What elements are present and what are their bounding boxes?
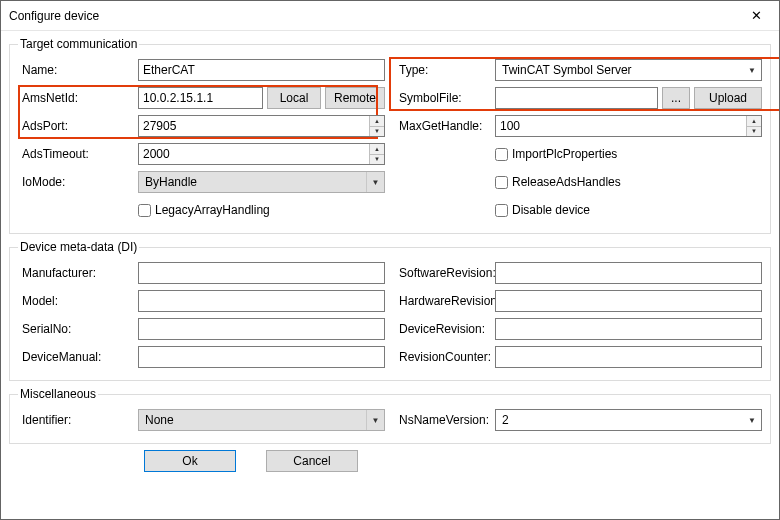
identifier-label: Identifier: [18, 413, 138, 427]
chevron-down-icon: ▼ [743, 410, 761, 430]
nsnamever-label: NsNameVersion: [395, 413, 495, 427]
nsnamever-select[interactable]: 2 ▼ [495, 409, 762, 431]
devicerev-input[interactable] [495, 318, 762, 340]
dialog-body: Target communication Name: AmsNetId: Loc… [1, 31, 779, 480]
softrev-input[interactable] [495, 262, 762, 284]
devicerev-label: DeviceRevision: [395, 322, 495, 336]
group-target-communication-label: Target communication [18, 37, 139, 51]
identifier-select[interactable]: None ▼ [138, 409, 385, 431]
browse-button[interactable]: ... [662, 87, 690, 109]
group-meta-label: Device meta-data (DI) [18, 240, 139, 254]
type-label: Type: [395, 63, 495, 77]
import-plc-label: ImportPlcProperties [512, 147, 617, 161]
manufacturer-input[interactable] [138, 262, 385, 284]
amsnetid-label: AmsNetId: [18, 91, 138, 105]
disable-device-label: Disable device [512, 203, 590, 217]
iomode-label: IoMode: [18, 175, 138, 189]
disable-device-checkbox[interactable] [495, 204, 508, 217]
amsnetid-input[interactable] [138, 87, 263, 109]
type-select[interactable]: TwinCAT Symbol Server ▼ [495, 59, 762, 81]
group-target-communication: Target communication Name: AmsNetId: Loc… [9, 37, 771, 234]
upload-button[interactable]: Upload [694, 87, 762, 109]
nsnamever-value: 2 [496, 413, 743, 427]
devicemanual-label: DeviceManual: [18, 350, 138, 364]
target-right-column: Type: TwinCAT Symbol Server ▼ SymbolFile… [395, 57, 762, 225]
hardrev-input[interactable] [495, 290, 762, 312]
model-label: Model: [18, 294, 138, 308]
serialno-input[interactable] [138, 318, 385, 340]
adstimeout-input[interactable] [138, 143, 385, 165]
ok-button[interactable]: Ok [144, 450, 236, 472]
group-misc: Miscellaneous Identifier: None ▼ NsNameV… [9, 387, 771, 444]
release-ads-checkbox[interactable] [495, 176, 508, 189]
iomode-select[interactable]: ByHandle ▼ [138, 171, 385, 193]
group-meta: Device meta-data (DI) Manufacturer: Mode… [9, 240, 771, 381]
close-icon[interactable]: ✕ [733, 1, 779, 31]
chevron-down-icon: ▼ [366, 172, 384, 192]
devicemanual-input[interactable] [138, 346, 385, 368]
chevron-down-icon: ▼ [366, 410, 384, 430]
revcounter-label: RevisionCounter: [395, 350, 495, 364]
dialog-buttons: Ok Cancel [9, 450, 771, 472]
symbolfile-label: SymbolFile: [395, 91, 495, 105]
model-input[interactable] [138, 290, 385, 312]
adsport-input[interactable] [138, 115, 385, 137]
maxgethandle-label: MaxGetHandle: [395, 119, 495, 133]
remote-button[interactable]: Remote [325, 87, 385, 109]
window-title: Configure device [1, 9, 733, 23]
adsport-label: AdsPort: [18, 119, 138, 133]
legacy-array-label: LegacyArrayHandling [155, 203, 270, 217]
maxgethandle-input[interactable] [495, 115, 762, 137]
legacy-array-checkbox[interactable] [138, 204, 151, 217]
titlebar: Configure device ✕ [1, 1, 779, 31]
chevron-down-icon: ▼ [743, 60, 761, 80]
symbolfile-input[interactable] [495, 87, 658, 109]
type-value: TwinCAT Symbol Server [496, 63, 743, 77]
cancel-button[interactable]: Cancel [266, 450, 358, 472]
hardrev-label: HardwareRevision: [395, 294, 495, 308]
release-ads-label: ReleaseAdsHandles [512, 175, 621, 189]
group-misc-label: Miscellaneous [18, 387, 98, 401]
adstimeout-stepper[interactable]: ▲▼ [369, 144, 384, 164]
iomode-value: ByHandle [139, 175, 366, 189]
adsport-stepper[interactable]: ▲▼ [369, 116, 384, 136]
softrev-label: SoftwareRevision: [395, 266, 495, 280]
target-left-column: Name: AmsNetId: Local Remote AdsPort: [18, 57, 385, 225]
adstimeout-label: AdsTimeout: [18, 147, 138, 161]
identifier-value: None [139, 413, 366, 427]
name-input[interactable] [138, 59, 385, 81]
serialno-label: SerialNo: [18, 322, 138, 336]
maxgethandle-stepper[interactable]: ▲▼ [746, 116, 761, 136]
manufacturer-label: Manufacturer: [18, 266, 138, 280]
name-label: Name: [18, 63, 138, 77]
local-button[interactable]: Local [267, 87, 321, 109]
import-plc-checkbox[interactable] [495, 148, 508, 161]
revcounter-input[interactable] [495, 346, 762, 368]
